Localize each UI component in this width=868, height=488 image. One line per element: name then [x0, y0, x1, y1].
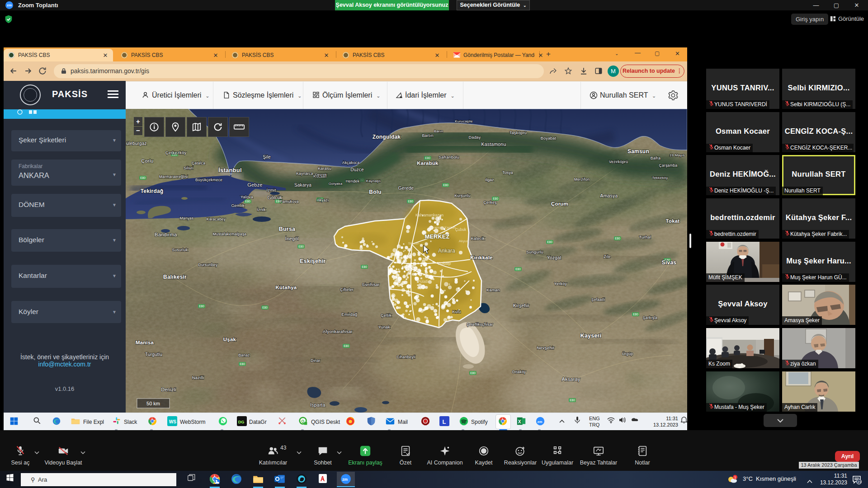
svg-text:Çerkezköy: Çerkezköy	[165, 150, 187, 155]
svg-text:İzmit: İzmit	[266, 188, 276, 192]
svg-text:Şile: Şile	[263, 155, 271, 160]
svg-text:Tekirdağ: Tekirdağ	[141, 188, 164, 194]
svg-text:Şefaatli: Şefaatli	[591, 297, 605, 302]
svg-text:Gemlik: Gemlik	[231, 203, 245, 208]
svg-text:Yunak: Yunak	[378, 325, 390, 329]
svg-text:Karasu: Karasu	[318, 166, 331, 171]
svg-text:Gerede: Gerede	[398, 186, 414, 191]
svg-text:Marmaraereğlisi: Marmaraereğlisi	[159, 174, 188, 179]
svg-text:Bolu: Bolu	[369, 189, 381, 195]
svg-text:Kırşehir: Kırşehir	[513, 303, 530, 308]
svg-text:Sincan: Sincan	[408, 241, 419, 245]
svg-text:Çifteler: Çifteler	[340, 287, 354, 292]
svg-text:E80: E80	[443, 183, 448, 187]
svg-text:21: 21	[858, 480, 862, 484]
svg-text:Tokat: Tokat	[666, 218, 680, 224]
svg-text:Sivas: Sivas	[662, 259, 676, 266]
svg-text:Tosya: Tosya	[502, 170, 513, 175]
svg-text:Isparta: Isparta	[310, 402, 326, 408]
svg-text:Düzce: Düzce	[350, 167, 364, 172]
svg-text:Turgutlu: Turgutlu	[145, 352, 162, 357]
svg-text:Turhal: Turhal	[639, 235, 651, 239]
svg-text:E80: E80	[615, 237, 620, 240]
svg-text:Çorum: Çorum	[551, 201, 568, 206]
svg-text:Kalecik: Kalecik	[471, 236, 485, 241]
svg-text:Çeltik: Çeltik	[381, 313, 392, 318]
svg-text:Sakarya: Sakarya	[294, 183, 311, 188]
svg-text:E80: E80	[298, 245, 304, 248]
svg-text:Kütahya: Kütahya	[276, 285, 297, 290]
svg-text:Vezirköprü: Vezirköprü	[609, 160, 628, 164]
svg-text:İnegöl: İnegöl	[285, 236, 299, 241]
svg-text:Taşköprü: Taşköprü	[509, 131, 527, 135]
svg-text:Ilgaz: Ilgaz	[485, 178, 494, 182]
svg-text:Çubuk: Çubuk	[455, 227, 467, 232]
svg-text:Akçakoca: Akçakoca	[342, 160, 360, 165]
svg-text:Polatlı: Polatlı	[418, 279, 429, 284]
svg-text:Aksaray: Aksaray	[561, 376, 580, 382]
svg-text:Dinar: Dinar	[311, 358, 320, 363]
svg-text:zm: zm	[538, 420, 542, 424]
svg-text:Kurucaşile: Kurucaşile	[455, 119, 473, 123]
svg-text:Karaman Kastan: Karaman Kastan	[429, 225, 456, 230]
svg-text:Sivrihisar: Sivrihisar	[362, 282, 379, 287]
svg-text:Dursunbey: Dursunbey	[198, 263, 218, 267]
svg-text:Kahramankazan: Kahramankazan	[415, 213, 443, 217]
svg-text:Balıkesir: Balıkesir	[163, 274, 187, 280]
svg-text:Büyükçekmece: Büyükçekmece	[195, 178, 222, 182]
svg-text:Cihanbeyli: Cihanbeyli	[396, 355, 415, 359]
svg-text:Şarkışla: Şarkışla	[643, 315, 657, 320]
svg-text:Daday: Daday	[468, 135, 481, 140]
svg-text:E80: E80	[362, 265, 367, 268]
svg-text:İznik: İznik	[257, 207, 266, 212]
svg-text:Banaz: Banaz	[238, 353, 250, 357]
svg-text:E80: E80	[547, 240, 552, 244]
svg-text:Barın: Barın	[434, 129, 443, 133]
svg-text:Kurşunlu: Kurşunlu	[454, 193, 470, 198]
svg-text:Bursa: Bursa	[279, 226, 296, 232]
svg-text:Eskişehir: Eskişehir	[300, 258, 326, 264]
svg-text:Çarşamba: Çarşamba	[659, 163, 678, 168]
svg-text:50 km: 50 km	[146, 401, 160, 406]
svg-text:Çatalca: Çatalca	[192, 161, 205, 165]
svg-text:Ürgüp: Ürgüp	[622, 352, 633, 356]
svg-text:Kırıkkale: Kırıkkale	[470, 255, 493, 260]
svg-text:Kaynarca: Kaynarca	[296, 171, 313, 176]
svg-text:Çorlu: Çorlu	[141, 158, 153, 164]
svg-text:Gölbaşı: Gölbaşı	[438, 261, 451, 266]
svg-text:Yerköy: Yerköy	[554, 282, 567, 286]
svg-text:L: L	[442, 418, 446, 425]
svg-text:Şereflikoçhisar: Şereflikoçhisar	[467, 322, 493, 327]
svg-text:Ortaköy: Ortaköy	[512, 370, 526, 374]
svg-text:Pamukova: Pamukova	[280, 199, 299, 204]
svg-text:Karacabey: Karacabey	[207, 217, 226, 221]
svg-text:Sungurlu: Sungurlu	[526, 250, 543, 254]
svg-text:Kulu: Kulu	[453, 310, 461, 314]
svg-text:Gebze: Gebze	[247, 182, 262, 188]
svg-text:Amasya: Amasya	[600, 193, 618, 198]
svg-text:E80: E80	[199, 305, 204, 308]
svg-text:MERKEZ: MERKEZ	[425, 233, 450, 240]
svg-text:Kastamonu: Kastamonu	[481, 141, 506, 147]
svg-text:E80: E80	[245, 200, 250, 203]
svg-text:zm: zm	[342, 477, 348, 482]
svg-text:19 Mayıs: 19 Mayıs	[670, 153, 685, 157]
svg-text:WS: WS	[169, 419, 177, 424]
svg-text:Silivri: Silivri	[184, 166, 193, 170]
svg-text:Safranbolu: Safranbolu	[439, 155, 459, 160]
svg-text:Q: Q	[301, 419, 304, 423]
svg-text:Denizli: Denizli	[161, 387, 176, 392]
svg-text:E80: E80	[240, 362, 245, 366]
svg-text:Kaynaşlı: Kaynaşlı	[366, 179, 381, 183]
svg-text:E80: E80	[262, 306, 268, 309]
svg-text:E80: E80	[570, 399, 575, 402]
svg-text:Çerkeş: Çerkeş	[483, 200, 497, 205]
svg-text:Samsun: Samsun	[627, 148, 649, 155]
svg-text:Susurluk: Susurluk	[172, 248, 188, 252]
svg-text:E80: E80	[493, 197, 498, 200]
svg-text:Hendek: Hendek	[346, 179, 360, 183]
svg-text:Kayseri: Kayseri	[580, 333, 602, 339]
svg-text:Merzifon: Merzifon	[574, 177, 590, 182]
svg-text:Golyaka: Golyaka	[329, 182, 343, 186]
svg-text:Boyabat: Boyabat	[541, 136, 557, 141]
